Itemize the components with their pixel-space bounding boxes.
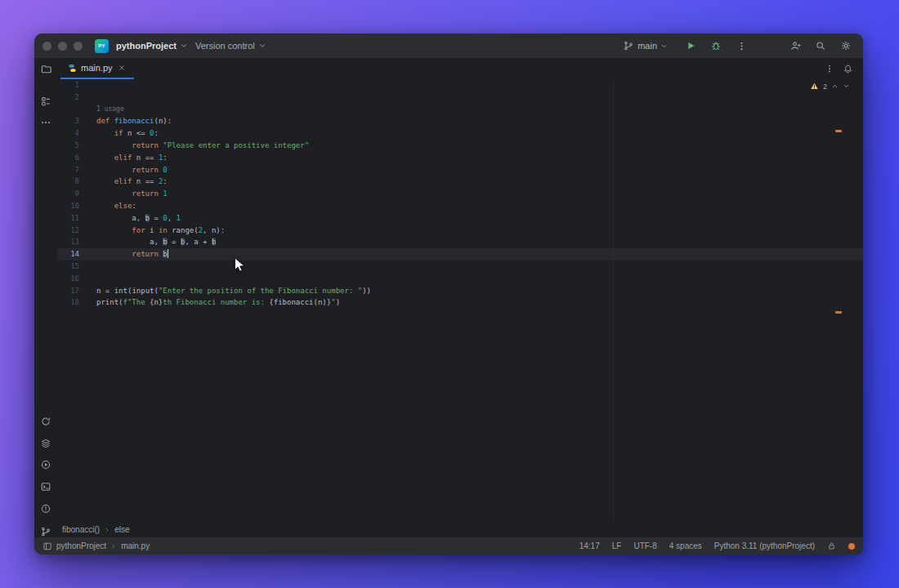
code-line-3[interactable]: 3def fibonacci(n): — [57, 115, 863, 127]
more-tool-windows-button[interactable] — [38, 115, 53, 130]
chevron-down-icon — [180, 42, 188, 50]
statusbar-left: pythonProject main.py — [42, 541, 150, 551]
warning-count: 2 — [823, 82, 827, 91]
line-number[interactable]: 7 — [57, 164, 90, 176]
notification-dot[interactable] — [848, 543, 855, 550]
line-number[interactable]: 16 — [57, 273, 90, 285]
code-line-15[interactable]: 15 — [57, 261, 863, 273]
warning-stripe-mark[interactable] — [835, 311, 842, 314]
git-branch-icon — [623, 40, 634, 51]
file-encoding[interactable]: UTF-8 — [633, 541, 656, 550]
code-line-8[interactable]: 8 elif n == 2: — [57, 176, 863, 188]
line-number[interactable]: 10 — [57, 200, 90, 212]
line-number[interactable]: 15 — [57, 261, 90, 273]
left-tool-rail — [34, 79, 58, 537]
code-line-11[interactable]: 11 a, b = 0, 1 — [57, 212, 863, 225]
line-number[interactable]: 13 — [57, 236, 90, 248]
notifications-bell-button[interactable] — [843, 64, 853, 74]
code-line-2[interactable]: 2 — [57, 91, 863, 104]
right-margin-guide — [613, 79, 614, 522]
code-text — [90, 91, 96, 104]
close-button[interactable] — [42, 42, 51, 51]
code-text: a, b = b, a + b — [90, 236, 216, 248]
terminal-tool-button[interactable] — [38, 479, 53, 494]
line-number[interactable]: 14 — [57, 248, 90, 261]
line-number[interactable]: 18 — [57, 296, 90, 309]
statusbar-file[interactable]: main.py — [121, 541, 150, 550]
project-tool-button[interactable] — [34, 58, 57, 79]
code-text — [90, 261, 96, 273]
code-line-10[interactable]: 10 else: — [57, 200, 863, 212]
minimize-button[interactable] — [58, 42, 67, 51]
line-number[interactable]: 9 — [57, 188, 90, 200]
line-number[interactable]: 2 — [57, 91, 90, 104]
code-line-17[interactable]: 17n = int(input("Enter the position of t… — [57, 285, 863, 297]
line-number[interactable]: 8 — [57, 176, 90, 188]
line-ending[interactable]: LF — [612, 541, 622, 550]
settings-button[interactable] — [837, 37, 855, 55]
warning-stripe-mark[interactable] — [835, 130, 842, 132]
usage-inlay-row[interactable]: 1 usage — [57, 104, 863, 116]
caret-position[interactable]: 14:17 — [579, 541, 600, 550]
line-number[interactable]: 6 — [57, 152, 90, 164]
tab-close-icon[interactable] — [117, 63, 127, 73]
breadcrumb-item[interactable]: fibonacci() — [62, 525, 100, 534]
run-button[interactable] — [682, 37, 700, 55]
interpreter-widget[interactable]: Python 3.11 (pythonProject) — [714, 541, 815, 550]
line-number[interactable]: 17 — [57, 285, 90, 297]
zoom-button[interactable] — [74, 42, 83, 51]
code-with-me-button[interactable] — [786, 37, 804, 55]
editor[interactable]: 121 usage3def fibonacci(n):4 if n <= 0:5… — [57, 79, 863, 522]
code-line-9[interactable]: 9 return 1 — [57, 188, 863, 200]
version-control-label: Version control — [195, 41, 255, 51]
search-everywhere-button[interactable] — [812, 37, 830, 55]
tab-main-py[interactable]: main.py — [60, 58, 134, 79]
code-text: return 1 — [90, 188, 168, 200]
code-line-1[interactable]: 1 — [57, 79, 863, 91]
chevron-down-icon — [660, 42, 668, 50]
branch-name: main — [637, 41, 657, 51]
code-line-14[interactable]: 14 return b — [57, 248, 863, 261]
problems-tool-button[interactable] — [38, 501, 53, 516]
python-console-tool-button[interactable] — [38, 414, 53, 429]
code-line-18[interactable]: 18print(f"The {n}th Fibonacci number is:… — [57, 296, 863, 309]
code-text: elif n == 1: — [90, 152, 168, 164]
code-line-7[interactable]: 7 return 0 — [57, 164, 863, 176]
indent-style[interactable]: 4 spaces — [669, 541, 702, 550]
code-line-4[interactable]: 4 if n <= 0: — [57, 127, 863, 140]
line-number[interactable]: 1 — [57, 79, 90, 91]
line-number[interactable]: 4 — [57, 127, 90, 140]
chevron-down-icon — [258, 42, 266, 50]
tool-window-layout-icon[interactable] — [42, 541, 52, 551]
inspection-widget[interactable]: 2 — [810, 82, 850, 91]
line-number[interactable]: 11 — [57, 212, 90, 225]
run-tool-button[interactable] — [38, 457, 53, 472]
version-control-widget[interactable]: Version control — [195, 41, 266, 51]
tabbar: main.py — [34, 58, 863, 80]
line-number[interactable]: 5 — [57, 140, 90, 152]
code-text: if n <= 0: — [90, 127, 159, 140]
line-number[interactable]: 3 — [57, 115, 90, 127]
prev-problem-icon[interactable] — [831, 82, 839, 90]
debug-button[interactable] — [707, 37, 725, 55]
project-widget[interactable]: pythonProject — [116, 41, 188, 51]
code-line-12[interactable]: 12 for i in range(2, n): — [57, 225, 863, 237]
lock-icon[interactable] — [827, 541, 836, 550]
code-line-6[interactable]: 6 elif n == 1: — [57, 152, 863, 164]
breadcrumb-item[interactable]: else — [114, 525, 129, 534]
code-line-13[interactable]: 13 a, b = b, a + b — [57, 236, 863, 248]
line-number[interactable]: 12 — [57, 225, 90, 237]
statusbar-project[interactable]: pythonProject — [56, 541, 106, 550]
code-text — [90, 273, 96, 285]
code-line-16[interactable]: 16 — [57, 273, 863, 285]
git-branch-widget[interactable]: main — [623, 40, 668, 51]
code-line-5[interactable]: 5 return "Please enter a positive intege… — [57, 140, 863, 152]
next-problem-icon[interactable] — [843, 82, 850, 90]
pycharm-logo: PY — [95, 39, 109, 53]
code-text: def fibonacci(n): — [90, 115, 172, 127]
structure-tool-button[interactable] — [38, 94, 53, 109]
tab-options-button[interactable] — [825, 64, 834, 74]
breadcrumbs: fibonacci() else — [57, 522, 863, 537]
services-tool-button[interactable] — [38, 436, 53, 451]
more-actions-button[interactable] — [732, 37, 750, 55]
